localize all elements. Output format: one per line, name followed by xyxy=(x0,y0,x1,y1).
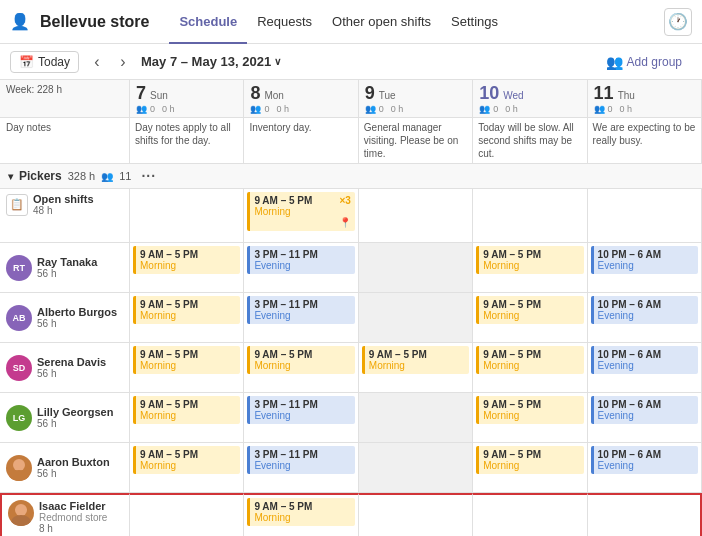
nav-item-schedule[interactable]: Schedule xyxy=(169,0,247,44)
day-number-11: 11 xyxy=(594,83,614,104)
day-name-mon: Mon xyxy=(264,90,283,101)
day-number-9: 9 xyxy=(365,83,375,104)
open-shifts-hours: 48 h xyxy=(33,205,94,216)
serena-mon[interactable]: 9 AM – 5 PM Morning xyxy=(244,343,358,393)
avatar-alberto: AB xyxy=(6,305,32,331)
sub-bar: 📅 Today ‹ › May 7 – May 13, 2021 ∨ 👥 Add… xyxy=(0,44,702,80)
group-menu-icon[interactable]: ··· xyxy=(141,168,156,184)
avatar-ray: RT xyxy=(6,255,32,281)
day-number-10: 10 xyxy=(479,83,499,104)
isaac-tue xyxy=(359,493,473,536)
day-name-sun: Sun xyxy=(150,90,168,101)
alberto-sun[interactable]: 9 AM – 5 PM Morning xyxy=(130,293,244,343)
alberto-thu[interactable]: 10 PM – 6 AM Evening xyxy=(588,293,702,343)
day-header-wed: 10 Wed 👥0 0 h xyxy=(473,80,587,118)
lilly-sun[interactable]: 9 AM – 5 PM Morning xyxy=(130,393,244,443)
emp-hours-isaac: 8 h xyxy=(39,523,107,534)
open-shifts-label-cell: 📋 Open shifts 48 h xyxy=(0,189,130,243)
serena-wed[interactable]: 9 AM – 5 PM Morning xyxy=(473,343,587,393)
emp-serena-label: SD Serena Davis 56 h xyxy=(0,343,130,393)
isaac-thu xyxy=(588,493,702,536)
app-title: Bellevue store xyxy=(40,13,149,31)
isaac-sun xyxy=(130,493,244,536)
avatar-lilly: LG xyxy=(6,405,32,431)
avatar-isaac xyxy=(8,500,34,526)
day-note-thu: We are expecting to be really busy. xyxy=(588,118,702,164)
serena-thu[interactable]: 10 PM – 6 AM Evening xyxy=(588,343,702,393)
day-notes-label: Day notes xyxy=(0,118,130,164)
week-label-cell: Week: 228 h xyxy=(0,80,130,118)
emp-name-lilly: Lilly Georgsen xyxy=(37,406,113,418)
prev-arrow[interactable]: ‹ xyxy=(85,50,109,74)
group-hours: 328 h xyxy=(68,170,96,182)
avatar-serena: SD xyxy=(6,355,32,381)
open-shifts-thu xyxy=(588,189,702,243)
emp-hours-lilly: 56 h xyxy=(37,418,113,429)
lilly-mon[interactable]: 3 PM – 11 PM Evening xyxy=(244,393,358,443)
isaac-wed xyxy=(473,493,587,536)
alberto-wed[interactable]: 9 AM – 5 PM Morning xyxy=(473,293,587,343)
day-note-mon: Inventory day. xyxy=(244,118,358,164)
aaron-thu[interactable]: 10 PM – 6 AM Evening xyxy=(588,443,702,493)
lilly-thu[interactable]: 10 PM – 6 AM Evening xyxy=(588,393,702,443)
nav-item-requests[interactable]: Requests xyxy=(247,0,322,44)
ray-thu[interactable]: 10 PM – 6 AM Evening xyxy=(588,243,702,293)
serena-tue[interactable]: 9 AM – 5 PM Morning xyxy=(359,343,473,393)
emp-hours-ray: 56 h xyxy=(37,268,97,279)
calendar-icon: 📅 xyxy=(19,55,34,69)
aaron-sun[interactable]: 9 AM – 5 PM Morning xyxy=(130,443,244,493)
day-number-8: 8 xyxy=(250,83,260,104)
open-shifts-mon[interactable]: 9 AM – 5 PM ×3 Morning 📍 xyxy=(244,189,358,243)
day-note-wed: Today will be slow. All second shifts ma… xyxy=(473,118,587,164)
open-shift-count: ×3 xyxy=(339,195,350,206)
day-name-thu: Thu xyxy=(618,90,635,101)
history-icon[interactable]: 🕐 xyxy=(664,8,692,36)
emp-name-alberto: Alberto Burgos xyxy=(37,306,117,318)
open-shift-time: 9 AM – 5 PM xyxy=(254,195,312,206)
isaac-mon[interactable]: 9 AM – 5 PM Morning xyxy=(244,493,358,536)
ray-tue xyxy=(359,243,473,293)
emp-store-isaac: Redmond store xyxy=(39,512,107,523)
day-header-sun: 7 Sun 👥0 0 h xyxy=(130,80,244,118)
group-header: ▾ Pickers 328 h 👥 11 ··· xyxy=(0,164,702,189)
emp-hours-alberto: 56 h xyxy=(37,318,117,329)
today-button[interactable]: 📅 Today xyxy=(10,51,79,73)
ray-sun[interactable]: 9 AM – 5 PM Morning xyxy=(130,243,244,293)
chevron-down-icon: ∨ xyxy=(274,56,281,67)
emp-hours-serena: 56 h xyxy=(37,368,106,379)
svg-point-1 xyxy=(9,470,29,481)
nav-arrows: ‹ › xyxy=(85,50,135,74)
aaron-wed[interactable]: 9 AM – 5 PM Morning xyxy=(473,443,587,493)
day-name-tue: Tue xyxy=(379,90,396,101)
top-bar: 👤 Bellevue store Schedule Requests Other… xyxy=(0,0,702,44)
group-expand-icon[interactable]: ▾ xyxy=(8,171,13,182)
emp-name-isaac: Isaac Fielder xyxy=(39,500,107,512)
day-number-7: 7 xyxy=(136,83,146,104)
emp-hours-aaron: 56 h xyxy=(37,468,110,479)
add-group-button[interactable]: 👥 Add group xyxy=(596,50,692,74)
emp-name-aaron: Aaron Buxton xyxy=(37,456,110,468)
hamburger-icon[interactable]: 👤 xyxy=(10,12,30,31)
alberto-mon[interactable]: 3 PM – 11 PM Evening xyxy=(244,293,358,343)
day-note-tue: General manager visiting. Please be on t… xyxy=(359,118,473,164)
ray-wed[interactable]: 9 AM – 5 PM Morning xyxy=(473,243,587,293)
aaron-mon[interactable]: 3 PM – 11 PM Evening xyxy=(244,443,358,493)
schedule-grid: Week: 228 h 7 Sun 👥0 0 h 8 Mon 👥0 0 h xyxy=(0,80,702,536)
lilly-tue xyxy=(359,393,473,443)
open-shifts-tue xyxy=(359,189,473,243)
emp-lilly-label: LG Lilly Georgsen 56 h xyxy=(0,393,130,443)
ray-mon[interactable]: 3 PM – 11 PM Evening xyxy=(244,243,358,293)
serena-sun[interactable]: 9 AM – 5 PM Morning xyxy=(130,343,244,393)
next-arrow[interactable]: › xyxy=(111,50,135,74)
nav-item-open-shifts[interactable]: Other open shifts xyxy=(322,0,441,44)
emp-ray-label: RT Ray Tanaka 56 h xyxy=(0,243,130,293)
open-shifts-title: Open shifts xyxy=(33,193,94,205)
emp-alberto-label: AB Alberto Burgos 56 h xyxy=(0,293,130,343)
nav-item-settings[interactable]: Settings xyxy=(441,0,508,44)
lilly-wed[interactable]: 9 AM – 5 PM Morning xyxy=(473,393,587,443)
svg-point-2 xyxy=(15,504,27,516)
day-header-mon: 8 Mon 👥0 0 h xyxy=(244,80,358,118)
app-container: 👤 Bellevue store Schedule Requests Other… xyxy=(0,0,702,536)
date-range[interactable]: May 7 – May 13, 2021 ∨ xyxy=(141,54,281,69)
group-members-icon: 👥 xyxy=(101,171,113,182)
